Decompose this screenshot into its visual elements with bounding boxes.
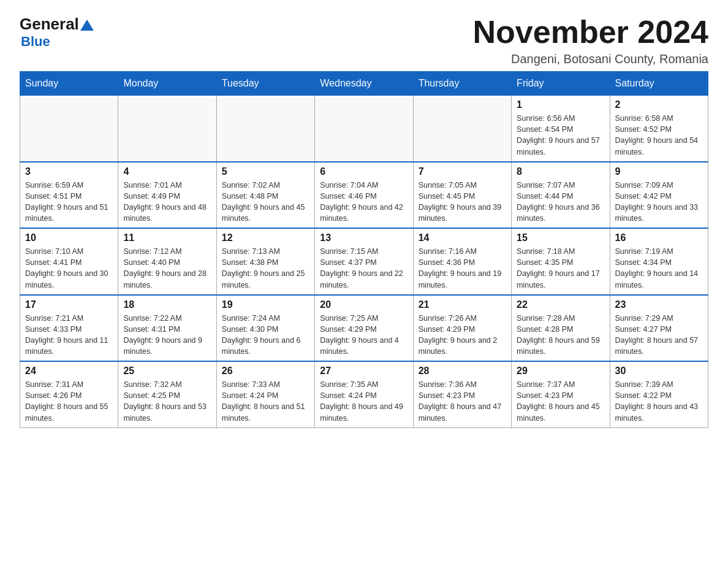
- day-number: 8: [517, 166, 604, 177]
- calendar-cell: 1Sunrise: 6:56 AM Sunset: 4:54 PM Daylig…: [512, 96, 610, 162]
- day-number: 30: [615, 366, 703, 377]
- svg-marker-0: [80, 20, 94, 31]
- day-info: Sunrise: 7:05 AM Sunset: 4:45 PM Dayligh…: [419, 180, 506, 224]
- day-number: 10: [25, 232, 113, 243]
- title-block: November 2024 Dangeni, Botosani County, …: [473, 15, 708, 66]
- day-info: Sunrise: 7:02 AM Sunset: 4:48 PM Dayligh…: [222, 180, 309, 224]
- day-info: Sunrise: 6:56 AM Sunset: 4:54 PM Dayligh…: [517, 113, 604, 158]
- calendar-cell: 20Sunrise: 7:25 AM Sunset: 4:29 PM Dayli…: [315, 295, 413, 362]
- calendar-week-row: 1Sunrise: 6:56 AM Sunset: 4:54 PM Daylig…: [20, 96, 708, 162]
- calendar-cell: 22Sunrise: 7:28 AM Sunset: 4:28 PM Dayli…: [512, 295, 610, 362]
- day-info: Sunrise: 7:04 AM Sunset: 4:46 PM Dayligh…: [320, 180, 408, 224]
- calendar-header-friday: Friday: [512, 72, 610, 96]
- calendar-week-row: 24Sunrise: 7:31 AM Sunset: 4:26 PM Dayli…: [20, 361, 708, 427]
- calendar-cell: 23Sunrise: 7:29 AM Sunset: 4:27 PM Dayli…: [610, 295, 708, 362]
- day-number: 3: [25, 166, 113, 177]
- calendar-header-wednesday: Wednesday: [315, 72, 413, 96]
- day-info: Sunrise: 7:12 AM Sunset: 4:40 PM Dayligh…: [123, 246, 211, 291]
- day-number: 27: [320, 366, 408, 377]
- day-info: Sunrise: 7:28 AM Sunset: 4:28 PM Dayligh…: [517, 313, 604, 358]
- calendar-cell: 28Sunrise: 7:36 AM Sunset: 4:23 PM Dayli…: [413, 361, 511, 427]
- day-info: Sunrise: 6:59 AM Sunset: 4:51 PM Dayligh…: [25, 180, 113, 224]
- calendar-header-tuesday: Tuesday: [216, 72, 314, 96]
- calendar-week-row: 10Sunrise: 7:10 AM Sunset: 4:41 PM Dayli…: [20, 228, 708, 295]
- day-number: 24: [25, 366, 113, 377]
- month-title: November 2024: [473, 15, 708, 50]
- day-info: Sunrise: 7:13 AM Sunset: 4:38 PM Dayligh…: [222, 246, 309, 291]
- logo: General Blue: [20, 15, 94, 50]
- day-number: 4: [123, 166, 211, 177]
- day-number: 11: [123, 232, 211, 243]
- day-info: Sunrise: 7:31 AM Sunset: 4:26 PM Dayligh…: [25, 379, 113, 424]
- calendar-cell: 30Sunrise: 7:39 AM Sunset: 4:22 PM Dayli…: [610, 361, 708, 427]
- day-number: 26: [222, 366, 309, 377]
- calendar-cell: 6Sunrise: 7:04 AM Sunset: 4:46 PM Daylig…: [315, 162, 413, 229]
- day-number: 15: [517, 232, 604, 243]
- calendar-cell: 29Sunrise: 7:37 AM Sunset: 4:23 PM Dayli…: [512, 361, 610, 427]
- day-number: 19: [222, 299, 309, 310]
- calendar-cell: [118, 96, 216, 162]
- day-number: 9: [615, 166, 703, 177]
- logo-general-text: General: [20, 15, 79, 34]
- day-number: 2: [615, 99, 703, 110]
- day-info: Sunrise: 7:39 AM Sunset: 4:22 PM Dayligh…: [615, 379, 703, 424]
- calendar-cell: 17Sunrise: 7:21 AM Sunset: 4:33 PM Dayli…: [20, 295, 118, 362]
- calendar-cell: 24Sunrise: 7:31 AM Sunset: 4:26 PM Dayli…: [20, 361, 118, 427]
- day-number: 6: [320, 166, 408, 177]
- day-info: Sunrise: 7:33 AM Sunset: 4:24 PM Dayligh…: [222, 379, 309, 424]
- day-info: Sunrise: 7:07 AM Sunset: 4:44 PM Dayligh…: [517, 180, 604, 224]
- day-info: Sunrise: 7:32 AM Sunset: 4:25 PM Dayligh…: [123, 379, 211, 424]
- day-number: 29: [517, 366, 604, 377]
- calendar-week-row: 3Sunrise: 6:59 AM Sunset: 4:51 PM Daylig…: [20, 162, 708, 229]
- day-number: 22: [517, 299, 604, 310]
- calendar-cell: 19Sunrise: 7:24 AM Sunset: 4:30 PM Dayli…: [216, 295, 314, 362]
- day-info: Sunrise: 7:16 AM Sunset: 4:36 PM Dayligh…: [419, 246, 506, 291]
- calendar-cell: [413, 96, 511, 162]
- calendar-cell: 7Sunrise: 7:05 AM Sunset: 4:45 PM Daylig…: [413, 162, 511, 229]
- day-info: Sunrise: 7:01 AM Sunset: 4:49 PM Dayligh…: [123, 180, 211, 224]
- day-number: 18: [123, 299, 211, 310]
- day-number: 21: [419, 299, 506, 310]
- calendar-cell: 25Sunrise: 7:32 AM Sunset: 4:25 PM Dayli…: [118, 361, 216, 427]
- calendar-cell: 10Sunrise: 7:10 AM Sunset: 4:41 PM Dayli…: [20, 228, 118, 295]
- calendar-cell: 18Sunrise: 7:22 AM Sunset: 4:31 PM Dayli…: [118, 295, 216, 362]
- calendar-cell: 27Sunrise: 7:35 AM Sunset: 4:24 PM Dayli…: [315, 361, 413, 427]
- day-number: 13: [320, 232, 408, 243]
- calendar-cell: 15Sunrise: 7:18 AM Sunset: 4:35 PM Dayli…: [512, 228, 610, 295]
- day-number: 12: [222, 232, 309, 243]
- day-info: Sunrise: 7:24 AM Sunset: 4:30 PM Dayligh…: [222, 313, 309, 358]
- day-number: 25: [123, 366, 211, 377]
- day-info: Sunrise: 7:21 AM Sunset: 4:33 PM Dayligh…: [25, 313, 113, 358]
- day-info: Sunrise: 7:36 AM Sunset: 4:23 PM Dayligh…: [419, 379, 506, 424]
- calendar-cell: 9Sunrise: 7:09 AM Sunset: 4:42 PM Daylig…: [610, 162, 708, 229]
- day-number: 28: [419, 366, 506, 377]
- calendar-header-row: SundayMondayTuesdayWednesdayThursdayFrid…: [20, 72, 708, 96]
- day-info: Sunrise: 7:09 AM Sunset: 4:42 PM Dayligh…: [615, 180, 703, 224]
- day-number: 16: [615, 232, 703, 243]
- logo-blue-text: Blue: [21, 34, 94, 50]
- calendar-week-row: 17Sunrise: 7:21 AM Sunset: 4:33 PM Dayli…: [20, 295, 708, 362]
- day-info: Sunrise: 7:10 AM Sunset: 4:41 PM Dayligh…: [25, 246, 113, 291]
- calendar-cell: [216, 96, 314, 162]
- day-number: 1: [517, 99, 604, 110]
- calendar-cell: [315, 96, 413, 162]
- calendar-cell: 21Sunrise: 7:26 AM Sunset: 4:29 PM Dayli…: [413, 295, 511, 362]
- calendar-cell: 4Sunrise: 7:01 AM Sunset: 4:49 PM Daylig…: [118, 162, 216, 229]
- day-info: Sunrise: 7:19 AM Sunset: 4:34 PM Dayligh…: [615, 246, 703, 291]
- day-number: 5: [222, 166, 309, 177]
- day-number: 23: [615, 299, 703, 310]
- day-number: 20: [320, 299, 408, 310]
- calendar-cell: [20, 96, 118, 162]
- calendar-header-saturday: Saturday: [610, 72, 708, 96]
- day-info: Sunrise: 7:26 AM Sunset: 4:29 PM Dayligh…: [419, 313, 506, 358]
- logo-triangle-icon: [80, 18, 94, 32]
- calendar-header-monday: Monday: [118, 72, 216, 96]
- calendar-header-sunday: Sunday: [20, 72, 118, 96]
- calendar-cell: 5Sunrise: 7:02 AM Sunset: 4:48 PM Daylig…: [216, 162, 314, 229]
- day-info: Sunrise: 7:29 AM Sunset: 4:27 PM Dayligh…: [615, 313, 703, 358]
- calendar-table: SundayMondayTuesdayWednesdayThursdayFrid…: [20, 71, 708, 428]
- calendar-cell: 13Sunrise: 7:15 AM Sunset: 4:37 PM Dayli…: [315, 228, 413, 295]
- day-number: 7: [419, 166, 506, 177]
- calendar-cell: 26Sunrise: 7:33 AM Sunset: 4:24 PM Dayli…: [216, 361, 314, 427]
- day-info: Sunrise: 7:35 AM Sunset: 4:24 PM Dayligh…: [320, 379, 408, 424]
